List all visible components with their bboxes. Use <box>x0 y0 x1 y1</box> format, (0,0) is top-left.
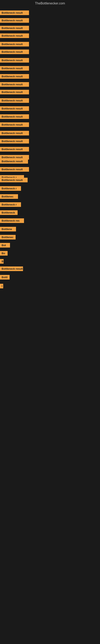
site-title: TheBottlenecker.com <box>0 0 100 6</box>
bottleneck-result-item-12: Bottleneck result <box>0 98 29 104</box>
bottleneck-result-item-24: Bottleneck r <box>0 186 21 192</box>
bottleneck-result-label-6: Bottleneck result <box>0 50 29 54</box>
bottleneck-result-label-32: Bo <box>0 251 8 256</box>
bottleneck-result-item-31: Bot <box>0 243 10 248</box>
bottleneck-result-label-21: Bottleneck result <box>0 167 29 172</box>
bottleneck-result-item-33: Bottleneck result <box>0 266 23 272</box>
bottleneck-result-item-34: B <box>0 259 3 264</box>
bottleneck-result-label-28: Bottleneck res <box>0 218 24 223</box>
bottleneck-result-label-18: Bottleneck result <box>0 147 29 152</box>
bottleneck-result-item-16: Bottleneck result <box>0 131 29 136</box>
bottleneck-result-label-14: Bottleneck result <box>0 114 29 119</box>
bottleneck-result-label-34: B <box>0 259 3 264</box>
bottleneck-result-label-35: Bottl <box>0 275 10 280</box>
bottleneck-result-item-5: Bottleneck result <box>0 42 29 47</box>
bottleneck-result-label-12: Bottleneck result <box>0 98 29 103</box>
bottleneck-result-item-7: Bottleneck result <box>0 58 29 64</box>
bottleneck-result-label-26: Bottleneck r <box>0 202 21 207</box>
bottleneck-result-label-27: Bottleneck <box>0 210 18 215</box>
bottleneck-result-item-36: l <box>0 284 3 289</box>
bottleneck-result-label-3: Bottleneck result <box>0 26 29 30</box>
bottleneck-result-label-13: Bottleneck result <box>0 106 29 111</box>
bottleneck-result-item-28: Bottleneck res <box>0 218 24 224</box>
bottleneck-result-item-10: Bottleneck result <box>0 82 29 88</box>
bottleneck-result-label-8: Bottleneck result <box>0 66 29 71</box>
bottleneck-result-item-32: Bo <box>0 251 8 256</box>
bottleneck-result-label-20: Bottleneck result <box>0 159 28 164</box>
bottleneck-result-label-24: Bottleneck r <box>0 186 21 191</box>
bottleneck-result-label-7: Bottleneck result <box>0 58 29 62</box>
bottleneck-result-item-18: Bottleneck result <box>0 147 29 152</box>
bottleneck-result-label-2: Bottleneck result <box>0 18 29 23</box>
bottleneck-result-item-26: Bottleneck r <box>0 202 21 208</box>
bottleneck-result-item-11: Bottleneck result <box>0 90 29 95</box>
bottleneck-result-item-21: Bottleneck result <box>0 167 29 172</box>
bottleneck-result-label-30: Bottlenec <box>0 235 16 240</box>
bottleneck-result-item-29: Bottlene <box>0 227 16 232</box>
bottleneck-result-label-36: l <box>0 284 3 288</box>
bottleneck-result-item-9: Bottleneck result <box>0 74 29 80</box>
bottleneck-result-label-33: Bottleneck result <box>0 266 23 271</box>
bottleneck-result-item-14: Bottleneck result <box>0 114 29 120</box>
bottleneck-result-label-4: Bottleneck result <box>0 34 29 38</box>
bottleneck-result-label-31: Bot <box>0 243 10 248</box>
bottleneck-result-label-15: Bottleneck result <box>0 122 29 127</box>
bottleneck-result-label-1: Bottleneck result <box>0 10 29 15</box>
bottleneck-result-label-25: Bottlenec <box>0 194 18 199</box>
bottleneck-result-item-23: Bottleneck result <box>0 178 28 183</box>
bottleneck-result-item-13: Bottleneck result <box>0 106 29 112</box>
bottleneck-result-item-27: Bottleneck <box>0 210 18 216</box>
bottleneck-result-label-29: Bottlene <box>0 227 16 232</box>
bottleneck-result-item-25: Bottlenec <box>0 194 18 200</box>
bottleneck-result-label-5: Bottleneck result <box>0 42 29 46</box>
bottleneck-result-item-17: Bottleneck result <box>0 139 29 144</box>
bottleneck-result-label-23: Bottleneck result <box>0 178 28 182</box>
bottleneck-result-item-30: Bottlenec <box>0 235 16 240</box>
bottleneck-result-item-8: Bottleneck result <box>0 66 29 72</box>
bottleneck-result-item-6: Bottleneck result <box>0 50 29 55</box>
bottleneck-result-item-20: Bottleneck result <box>0 159 28 164</box>
bottleneck-result-label-16: Bottleneck result <box>0 131 29 136</box>
bottleneck-result-item-35: Bottl <box>0 275 10 280</box>
bottleneck-result-item-15: Bottleneck result <box>0 122 29 128</box>
bottleneck-result-label-10: Bottleneck result <box>0 82 29 87</box>
bottleneck-result-item-3: Bottleneck result <box>0 26 29 31</box>
bottleneck-result-item-2: Bottleneck result <box>0 18 29 24</box>
bottleneck-result-label-11: Bottleneck result <box>0 90 29 94</box>
bottleneck-result-item-1: Bottleneck result <box>0 10 29 16</box>
bottleneck-result-label-9: Bottleneck result <box>0 74 29 79</box>
bottleneck-result-item-4: Bottleneck result <box>0 34 29 39</box>
bottleneck-result-label-17: Bottleneck result <box>0 139 29 144</box>
